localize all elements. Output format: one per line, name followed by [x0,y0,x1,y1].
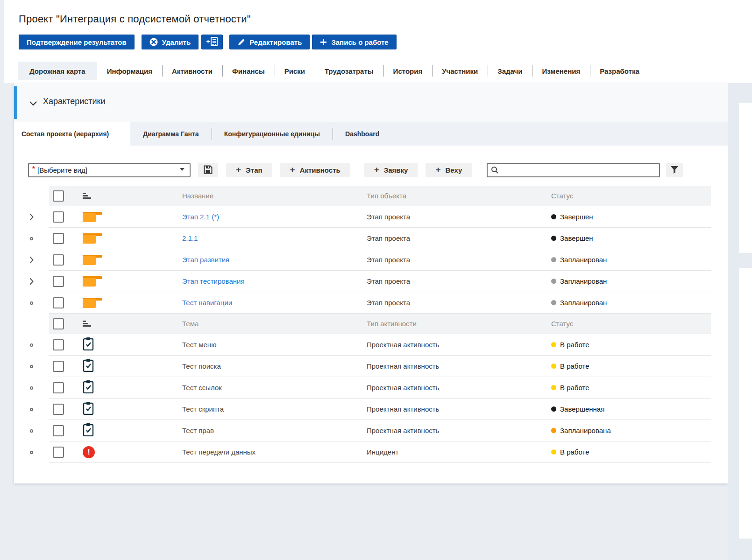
row-name: Тест ссылок [178,384,363,392]
view-select[interactable]: * [Выберите вид] [28,163,191,177]
folder-icon [83,212,96,222]
row-type: Этап проекта [363,234,547,242]
filter-button[interactable] [666,163,683,177]
chevron-down-icon[interactable] [29,99,37,108]
row-name-link[interactable]: 2.1.1 [182,234,198,242]
row-checkbox[interactable] [53,382,64,393]
tab-finances[interactable]: Финансы [222,62,275,80]
activity-header-row: Тема Тип активности Статус [14,314,728,334]
row-checkbox[interactable] [53,339,64,350]
status-dot [551,449,556,455]
plus-icon: + [374,165,379,174]
status-dot [551,279,556,284]
row-name-link[interactable]: Тест навигации [182,299,232,307]
row-status: Запланирована [547,427,711,434]
expand-chevron-icon[interactable] [14,271,49,292]
delete-button[interactable]: Удалить [142,35,199,49]
row-checkbox[interactable] [53,211,64,223]
tab-tasks[interactable]: Задачи [488,62,532,80]
row-name: Тест поиска [178,362,363,370]
row-name-link[interactable]: Этап тестирования [182,277,245,285]
add-to-archive-button[interactable] [201,35,223,49]
add-request-button[interactable]: +Заявку [364,163,418,177]
folder-icon [83,298,96,308]
table-row: Этап 2.1 (*) Этап проекта Завершен [14,206,728,228]
column-header-status[interactable]: Статус [547,192,711,200]
table-row: ! Тест передачи данных Инцидент В работе [14,441,728,463]
row-checkbox[interactable] [53,254,64,266]
add-stage-button[interactable]: +Этап [226,163,272,177]
right-gutter [728,83,752,560]
plus-icon: + [290,165,295,174]
plus-archive-icon [206,37,218,48]
tab-information[interactable]: Информация [97,62,162,80]
row-checkbox[interactable] [53,404,64,415]
expand-chevron-icon[interactable] [14,249,49,271]
row-status: В работе [547,341,711,349]
tab-history[interactable]: История [383,62,433,80]
row-checkbox[interactable] [53,425,64,436]
work-record-button[interactable]: Запись о работе [312,35,396,49]
table-row: Этап тестирования Этап проекта Запланиро… [14,271,728,292]
row-checkbox[interactable] [53,297,64,308]
row-status: Завершенная [547,405,711,413]
status-dot [551,236,556,241]
add-milestone-button[interactable]: +Веху [426,163,472,177]
row-type: Этап проекта [363,277,547,285]
section-accent-bar [14,86,17,119]
bullet-icon [30,386,33,390]
tab-changes[interactable]: Изменения [532,62,590,80]
status-dot [551,214,556,219]
expand-chevron-icon[interactable] [14,206,49,228]
confirm-results-button[interactable]: Подтверждение результатов [19,35,135,49]
bullet-icon [30,343,33,347]
save-view-button[interactable] [198,163,218,177]
side-panel-edge [739,103,752,253]
tab-labor-costs[interactable]: Трудозатраты [315,62,383,80]
clipboard-check-icon [83,358,94,374]
tab-development[interactable]: Разработка [590,62,649,80]
edit-button[interactable]: Редактировать [229,35,310,49]
characteristics-section-header[interactable]: Характеристики [14,83,728,122]
row-type: Этап проекта [363,299,547,307]
select-all-checkbox[interactable] [53,318,64,329]
table-row: Тест навигации Этап проекта Запланирован [14,292,728,314]
select-all-checkbox[interactable] [53,190,64,202]
add-activity-button[interactable]: +Активность [280,163,350,177]
column-header-type[interactable]: Тип объекта [363,192,547,200]
subtab-project-structure[interactable]: Состав проекта (иерархия) [14,122,130,146]
tab-risks[interactable]: Риски [275,62,315,80]
subtab-configuration-units[interactable]: Конфигурационные единицы [212,122,333,146]
row-type: Проектная активность [363,427,547,434]
project-structure-table: Название Тип объекта Статус Этап 2.1 (*)… [14,186,728,463]
column-header-status[interactable]: Статус [547,320,711,328]
row-name-link[interactable]: Этап 2.1 (*) [182,213,219,221]
column-header-topic[interactable]: Тема [178,320,363,328]
row-name: Тест прав [178,427,363,434]
status-dot [551,342,556,347]
tab-roadmap[interactable]: Дорожная карта [18,62,97,80]
column-header-name[interactable]: Название [178,192,363,200]
row-status: В работе [547,448,711,456]
tab-participants[interactable]: Участники [432,62,488,80]
subtab-dashboard[interactable]: Dashboard [333,122,392,146]
row-checkbox[interactable] [53,447,64,458]
tab-activities[interactable]: Активности [162,62,222,80]
subtab-gantt-chart[interactable]: Диаграмма Ганта [130,122,211,146]
incident-icon: ! [83,446,95,458]
search-input[interactable] [487,163,660,177]
bullet-icon [30,301,33,305]
table-toolbar: * [Выберите вид] +Этап +Активность +Заяв… [28,163,728,177]
row-name-link[interactable]: Этап развития [182,256,229,264]
sub-tabs: Состав проекта (иерархия) Диаграмма Гант… [14,122,728,146]
table-row: Этап развития Этап проекта Запланирован [14,249,728,271]
hierarchy-icon[interactable] [83,321,91,327]
status-dot [551,385,556,390]
row-checkbox[interactable] [53,233,64,244]
status-dot [551,428,556,433]
hierarchy-icon[interactable] [83,193,91,199]
row-checkbox[interactable] [53,276,64,287]
column-header-activity-type[interactable]: Тип активности [363,320,547,328]
x-circle-icon [149,38,158,46]
row-checkbox[interactable] [53,361,64,372]
